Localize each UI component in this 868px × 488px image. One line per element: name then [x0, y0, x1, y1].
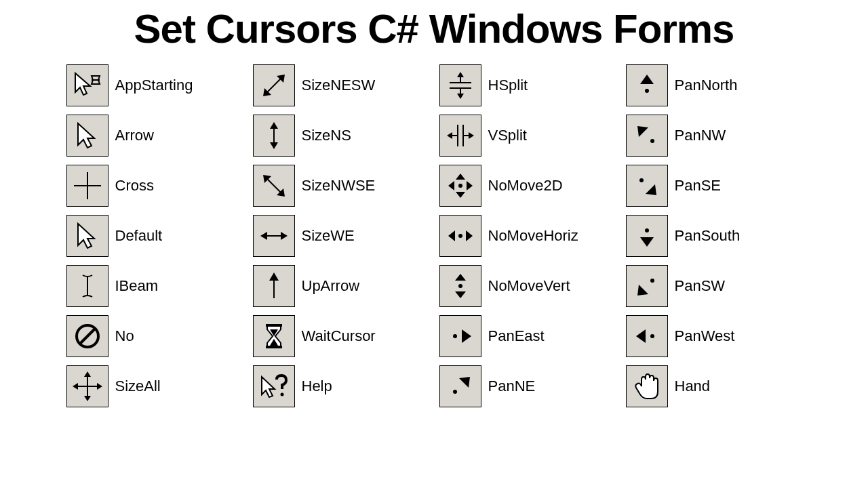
cursor-row: SizeWE: [253, 215, 429, 257]
cursor-label: PanNE: [488, 378, 536, 395]
cross-icon: [66, 165, 108, 207]
ibeam-icon: [66, 265, 108, 307]
svg-marker-45: [456, 192, 465, 198]
cursor-row: IBeam: [66, 265, 243, 307]
cursor-row: SizeNWSE: [253, 165, 429, 207]
sizenwse-icon: [253, 165, 295, 207]
svg-point-56: [453, 390, 457, 394]
cursor-label: Arrow: [115, 127, 154, 144]
cursor-label: PanSE: [675, 177, 722, 195]
svg-marker-36: [457, 94, 464, 99]
cursor-label: PanNorth: [675, 77, 738, 94]
cursor-label: NoMoveHoriz: [488, 227, 578, 245]
column-2: HSplit VSplit NoMove2D NoMoveHoriz NoMov…: [439, 64, 616, 407]
sizens-icon: [253, 115, 295, 157]
help-icon: [253, 365, 295, 407]
cursor-label: UpArrow: [302, 277, 360, 295]
cursor-label: SizeNS: [302, 127, 351, 144]
waitcursor-icon: [253, 315, 295, 357]
cursor-label: AppStarting: [115, 77, 193, 94]
svg-marker-41: [447, 132, 452, 139]
cursor-row: UpArrow: [253, 265, 429, 307]
svg-point-30: [280, 393, 283, 396]
cursor-label: Default: [115, 227, 163, 245]
cursor-label: Help: [302, 378, 332, 395]
svg-marker-8: [84, 371, 91, 377]
svg-marker-16: [270, 122, 278, 129]
svg-marker-59: [640, 75, 654, 84]
svg-point-62: [639, 178, 644, 182]
svg-line-12: [266, 77, 282, 94]
cursor-row: VSplit: [439, 115, 616, 157]
cursor-row: Help: [253, 365, 429, 407]
svg-marker-49: [448, 230, 455, 241]
cursor-row: PanNorth: [626, 64, 802, 106]
pannorth-icon: [626, 64, 668, 106]
svg-point-58: [645, 89, 649, 93]
svg-marker-9: [84, 396, 91, 401]
panse-icon: [626, 165, 668, 207]
svg-marker-23: [281, 232, 288, 240]
svg-marker-11: [97, 383, 102, 390]
svg-marker-69: [636, 329, 646, 343]
cursor-row: NoMoveVert: [439, 265, 616, 307]
cursor-row: HSplit: [439, 64, 616, 106]
pansw-icon: [626, 265, 668, 307]
column-3: PanNorth PanNW PanSE PanSouth PanSW PanW…: [626, 64, 802, 407]
panwest-icon: [626, 315, 668, 357]
nomovevert-icon: [439, 265, 481, 307]
svg-rect-26: [266, 324, 282, 327]
svg-marker-44: [456, 174, 465, 180]
cursor-row: No: [66, 315, 243, 357]
panne-icon: [439, 365, 481, 407]
svg-marker-53: [455, 291, 466, 298]
svg-point-48: [458, 234, 462, 238]
cursor-label: PanSW: [675, 277, 726, 295]
nomove2d-icon: [439, 165, 481, 207]
cursor-row: SizeAll: [66, 365, 243, 407]
cursor-row: SizeNESW: [253, 64, 429, 106]
cursor-label: SizeAll: [115, 378, 161, 395]
cursor-label: Hand: [675, 378, 711, 395]
cursor-row: Default: [66, 215, 243, 257]
nomovehoriz-icon: [439, 215, 481, 257]
svg-line-5: [80, 329, 95, 344]
cursor-label: WaitCursor: [302, 327, 376, 345]
sizeall-icon: [66, 365, 108, 407]
vsplit-icon: [439, 115, 481, 157]
svg-marker-47: [467, 181, 473, 190]
cursor-label: SizeNWSE: [302, 177, 376, 195]
cursor-row: Arrow: [66, 115, 243, 157]
cursor-label: PanSouth: [675, 227, 741, 245]
pansouth-icon: [626, 215, 668, 257]
cursor-label: VSplit: [488, 127, 527, 144]
svg-marker-35: [457, 72, 464, 77]
svg-point-43: [458, 184, 462, 188]
cursor-row: PanEast: [439, 315, 616, 357]
cursor-row: PanSE: [626, 165, 802, 207]
arrow-icon: [66, 115, 108, 157]
uparrow-icon: [253, 265, 295, 307]
svg-marker-17: [270, 142, 278, 149]
svg-rect-27: [266, 346, 282, 348]
cursor-label: PanNW: [675, 127, 726, 144]
svg-point-54: [453, 334, 457, 338]
column-0: AppStarting Arrow Cross Default IBeam No…: [66, 64, 243, 407]
default-icon: [66, 215, 108, 257]
cursor-label: IBeam: [115, 277, 159, 295]
cursor-row: SizeNS: [253, 115, 429, 157]
cursor-label: SizeNESW: [302, 77, 376, 94]
svg-point-66: [650, 279, 654, 283]
cursor-row: NoMoveHoriz: [439, 215, 616, 257]
pannw-icon: [626, 115, 668, 157]
page-title: Set Cursors C# Windows Forms: [0, 5, 868, 52]
svg-marker-61: [637, 126, 648, 137]
svg-marker-50: [466, 230, 473, 241]
svg-marker-42: [469, 132, 474, 139]
sizenesw-icon: [253, 64, 295, 106]
svg-marker-10: [73, 383, 78, 390]
svg-line-18: [266, 178, 282, 194]
appstarting-icon: [66, 64, 108, 106]
cursor-label: PanWest: [675, 327, 735, 345]
paneast-icon: [439, 315, 481, 357]
